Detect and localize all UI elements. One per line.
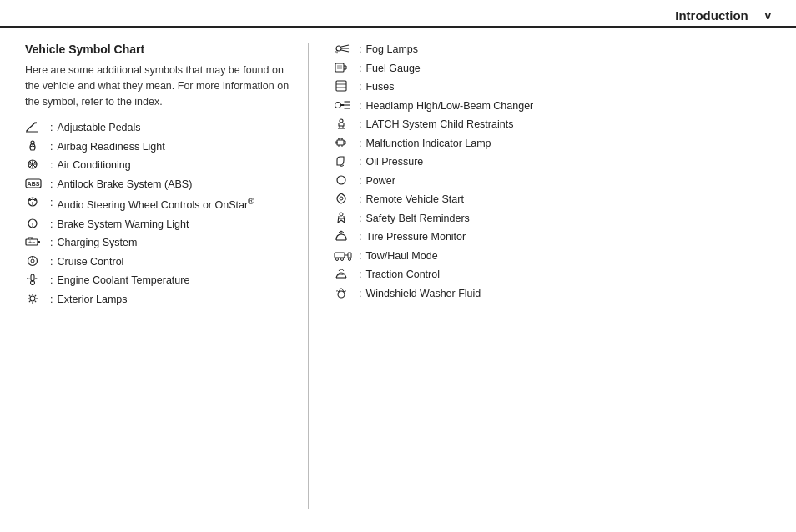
- svg-line-39: [341, 50, 349, 52]
- remote-vehicle-start-label: Remote Vehicle Start: [365, 193, 617, 208]
- charging-system-icon: +−: [25, 236, 48, 248]
- latch-icon: [334, 118, 357, 129]
- traction-control-icon: [334, 268, 357, 279]
- remote-vehicle-start-icon: [334, 193, 357, 204]
- latch-label: LATCH System Child Restraints: [365, 118, 617, 133]
- adjustable-pedals-label: Adjustable Pedals: [57, 121, 291, 136]
- svg-point-70: [336, 258, 339, 260]
- header-page: v: [765, 9, 771, 22]
- svg-line-37: [341, 45, 349, 47]
- svg-point-64: [337, 176, 345, 184]
- svg-point-1: [31, 141, 34, 144]
- svg-point-76: [338, 291, 345, 298]
- traction-control-label: Traction Control: [365, 268, 617, 283]
- list-item: : Fog Lamps: [334, 43, 617, 58]
- svg-rect-49: [341, 104, 345, 106]
- coolant-temp-icon: [25, 274, 48, 285]
- list-item: : Malfunction Indicator Lamp: [334, 137, 617, 152]
- list-item: : Tow/Haul Mode: [334, 249, 617, 264]
- svg-text:+−: +−: [28, 239, 35, 245]
- malfunction-indicator-label: Malfunction Indicator Lamp: [365, 137, 617, 152]
- windshield-washer-label: Windshield Washer Fluid: [365, 287, 617, 302]
- svg-rect-55: [335, 142, 337, 143]
- page-container: Introduction v Vehicle Symbol Chart Here…: [0, 0, 796, 532]
- tow-haul-icon: [334, 249, 357, 261]
- svg-text:!: !: [32, 220, 34, 228]
- safety-belt-icon: [334, 212, 357, 223]
- main-content: Vehicle Symbol Chart Here are some addit…: [0, 28, 796, 518]
- svg-point-22: [31, 259, 34, 263]
- audio-steering-icon: [25, 196, 48, 208]
- right-column: : Fog Lamps : Fuel: [309, 43, 617, 509]
- svg-line-34: [35, 295, 36, 296]
- list-item: : LATCH System Child Restraints: [334, 118, 617, 133]
- svg-rect-16: [38, 241, 40, 243]
- svg-point-48: [335, 102, 341, 108]
- list-item: : Audio Steering Wheel Controls or OnSta…: [25, 196, 291, 213]
- safety-belt-label: Safety Belt Reminders: [365, 212, 617, 227]
- svg-line-32: [29, 295, 30, 296]
- svg-point-53: [340, 119, 343, 123]
- malfunction-indicator-icon: [334, 137, 357, 148]
- list-item: : Fuses: [334, 80, 617, 95]
- svg-point-36: [336, 46, 341, 51]
- fuel-gauge-icon: [334, 62, 357, 73]
- list-item: : Tire Pressure Monitor: [334, 230, 617, 245]
- right-symbol-list: : Fog Lamps : Fuel: [334, 43, 617, 301]
- exterior-lamps-label: Exterior Lamps: [57, 293, 291, 308]
- power-label: Power: [365, 174, 617, 189]
- svg-rect-69: [335, 253, 345, 258]
- tow-haul-label: Tow/Haul Mode: [365, 249, 617, 264]
- audio-steering-label: Audio Steering Wheel Controls or OnStar®: [57, 196, 291, 213]
- list-item: ABS : Antilock Brake System (ABS): [25, 178, 291, 193]
- adjustable-pedals-icon: [25, 121, 48, 133]
- svg-point-10: [29, 199, 31, 201]
- list-item: : Air Conditioning: [25, 158, 291, 173]
- svg-text:ABS: ABS: [28, 181, 40, 187]
- tire-pressure-icon: [334, 230, 357, 242]
- list-item: : Headlamp High/Low-Beam Changer: [334, 99, 617, 114]
- exterior-lamps-icon: [25, 293, 48, 304]
- abs-icon: ABS: [25, 178, 48, 189]
- fuses-icon: [334, 80, 357, 92]
- brake-warning-icon: !: [25, 218, 48, 229]
- svg-point-71: [341, 258, 344, 260]
- list-item: : Windshield Washer Fluid: [334, 287, 617, 302]
- cruise-control-label: Cruise Control: [57, 255, 291, 270]
- svg-line-33: [35, 301, 36, 302]
- list-item: : Remote Vehicle Start: [334, 193, 617, 208]
- fog-lamps-label: Fog Lamps: [365, 43, 617, 58]
- svg-point-74: [349, 258, 351, 260]
- oil-pressure-label: Oil Pressure: [365, 155, 617, 170]
- page-header: Introduction v: [0, 0, 796, 28]
- svg-rect-41: [337, 65, 342, 69]
- section-title: Vehicle Symbol Chart: [25, 43, 291, 56]
- list-item: : Airbag Readiness Light: [25, 140, 291, 155]
- svg-point-65: [340, 197, 343, 200]
- power-icon: [334, 174, 357, 186]
- fuses-label: Fuses: [365, 80, 617, 95]
- svg-point-27: [30, 296, 35, 301]
- left-column: Vehicle Symbol Chart Here are some addit…: [25, 43, 309, 509]
- windshield-washer-icon: [334, 287, 357, 299]
- list-item: ! : Brake System Warning Light: [25, 218, 291, 233]
- list-item: : Cruise Control: [25, 255, 291, 270]
- oil-pressure-icon: [334, 155, 357, 167]
- svg-rect-73: [348, 253, 351, 258]
- list-item: : Traction Control: [334, 268, 617, 283]
- fuel-gauge-label: Fuel Gauge: [365, 62, 617, 77]
- svg-rect-24: [31, 274, 34, 281]
- svg-rect-45: [336, 81, 346, 91]
- svg-rect-54: [337, 140, 344, 145]
- headlamp-label: Headlamp High/Low-Beam Changer: [365, 99, 617, 114]
- brake-warning-label: Brake System Warning Light: [57, 218, 291, 233]
- airbag-readiness-label: Airbag Readiness Light: [57, 140, 291, 155]
- airbag-readiness-icon: [25, 140, 48, 152]
- list-item: : Adjustable Pedals: [25, 121, 291, 136]
- list-item: : Engine Coolant Temperature: [25, 274, 291, 289]
- svg-point-66: [340, 213, 343, 216]
- list-item: : Power: [334, 174, 617, 189]
- cruise-control-icon: [25, 255, 48, 267]
- intro-text: Here are some additional symbols that ma…: [25, 63, 291, 109]
- fog-lamps-icon: [334, 43, 357, 54]
